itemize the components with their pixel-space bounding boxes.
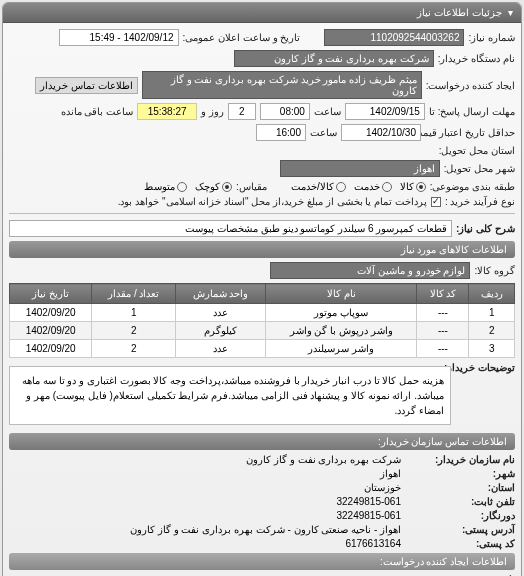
table-row[interactable]: 2---واشر درپوش با گن واشرکیلوگرم21402/09… xyxy=(10,322,515,340)
scale-label: مقیاس: xyxy=(236,181,267,192)
phone-label: تلفن ثابت: xyxy=(405,496,515,507)
announce-date-label: تاریخ و ساعت اعلان عمومی: xyxy=(183,32,301,43)
reply-deadline-label: مهلت ارسال پاسخ: تا xyxy=(429,106,515,117)
time-label-2: ساعت xyxy=(310,127,337,138)
radio-dot-icon xyxy=(336,182,346,192)
col-unit: واحد شمارش xyxy=(176,284,266,304)
delivery-province-label: استان محل تحویل: xyxy=(439,145,515,156)
fax-value: 32249815-061 xyxy=(336,510,401,521)
postal-label: آدرس پستی: xyxy=(405,524,515,535)
requester-label: ایجاد کننده درخواست: xyxy=(426,80,515,91)
city-value: اهواز xyxy=(380,468,401,479)
delivery-city: اهواز xyxy=(280,160,440,177)
days-remain: 2 xyxy=(228,103,256,120)
cell-name: واشر سرسیلندر xyxy=(265,340,416,358)
cell-date: 1402/09/20 xyxy=(10,304,92,322)
cell-n: 2 xyxy=(469,322,515,340)
announce-date-value: 1402/09/12 - 15:49 xyxy=(59,29,179,46)
cell-unit: کیلوگرم xyxy=(176,322,266,340)
package-label: طبقه بندی موضوعی: xyxy=(430,181,515,192)
chevron-down-icon: ▾ xyxy=(508,7,513,18)
creator-section-header: اطلاعات ایجاد کننده درخواست: xyxy=(9,553,515,570)
scale-radio-group: کوچک متوسط xyxy=(144,181,232,192)
cell-name: سوپاپ موتور xyxy=(265,304,416,322)
cell-date: 1402/09/20 xyxy=(10,322,92,340)
radio-medium[interactable]: متوسط xyxy=(144,181,187,192)
device-name-value: شرکت بهره برداری نفت و گاز کارون xyxy=(234,50,434,67)
cell-name: واشر درپوش با گن واشر xyxy=(265,322,416,340)
fax-label: دورنگار: xyxy=(405,510,515,521)
table-row[interactable]: 3---واشر سرسیلندرعدد21402/09/20 xyxy=(10,340,515,358)
table-header-row: ردیف کد کالا نام کالا واحد شمارش تعداد /… xyxy=(10,284,515,304)
radio-dot-icon xyxy=(222,182,232,192)
phone-value: 32249815-061 xyxy=(336,496,401,507)
province-value: خوزستان xyxy=(364,482,401,493)
countdown-suffix: ساعت باقی مانده xyxy=(61,106,134,117)
contact-section-header: اطلاعات تماس سازمان خریدار: xyxy=(9,433,515,450)
cell-code: --- xyxy=(417,322,469,340)
purchase-type-note: پرداخت تمام یا بخشی از مبلغ خرید،از محل … xyxy=(118,196,427,207)
cell-unit: عدد xyxy=(176,304,266,322)
radio-small[interactable]: کوچک xyxy=(195,181,232,192)
goods-section-header: اطلاعات کالاهای مورد نیاز xyxy=(9,241,515,258)
contact-info-list: نام سازمان خریدار:شرکت بهره برداری نفت و… xyxy=(9,454,515,549)
validity-date: 1402/10/30 xyxy=(341,124,421,141)
org-value: شرکت بهره برداری نفت و گاز کارون xyxy=(246,454,401,465)
cell-n: 1 xyxy=(469,304,515,322)
cell-code: --- xyxy=(417,340,469,358)
col-row: ردیف xyxy=(469,284,515,304)
radio-dot-icon xyxy=(382,182,392,192)
need-details-panel: ▾ جزئیات اطلاعات نیاز شماره نیاز: 110209… xyxy=(2,2,522,576)
radio-dot-icon xyxy=(177,182,187,192)
col-qty: تعداد / مقدار xyxy=(92,284,176,304)
col-date: تاریخ نیاز xyxy=(10,284,92,304)
reply-date: 1402/09/15 xyxy=(345,103,425,120)
requester-value: میثم ظریف زاده مامور خرید شرکت بهره بردا… xyxy=(142,71,422,99)
time-label-1: ساعت xyxy=(314,106,341,117)
validity-label: حداقل تاریخ اعتبار قیمت: تا تاریخ: xyxy=(425,127,515,138)
radio-goods[interactable]: کالا xyxy=(400,181,426,192)
need-title-text: قطعات کمپرسور 6 سیلندر کوماتسو دینو طبق … xyxy=(9,220,452,237)
cell-code: --- xyxy=(417,304,469,322)
postal-value: اهواز - ناحیه صنعتی کارون - شرکت بهره بر… xyxy=(130,524,401,535)
radio-goods-service[interactable]: کالا/خدمت xyxy=(291,181,346,192)
explain-text: هزینه حمل کالا تا درب انبار خریدار با فر… xyxy=(9,366,451,425)
days-remain-suffix: روز و xyxy=(201,106,224,117)
purchase-type-label: نوع فرآیند خرید : xyxy=(445,196,515,207)
package-radio-group: کالا خدمت کالا/خدمت xyxy=(291,181,426,192)
table-row[interactable]: 1---سوپاپ موتورعدد11402/09/20 xyxy=(10,304,515,322)
city-label: شهر: xyxy=(405,468,515,479)
cell-qty: 2 xyxy=(92,322,176,340)
delivery-city-label: شهر محل تحویل: xyxy=(444,163,515,174)
org-label: نام سازمان خریدار: xyxy=(405,454,515,465)
treasury-checkbox[interactable] xyxy=(431,197,441,207)
items-table: ردیف کد کالا نام کالا واحد شمارش تعداد /… xyxy=(9,283,515,358)
radio-dot-icon xyxy=(416,182,426,192)
cell-n: 3 xyxy=(469,340,515,358)
zip-value: 6176613164 xyxy=(345,538,401,549)
zip-label: کد پستی: xyxy=(405,538,515,549)
col-name: نام کالا xyxy=(265,284,416,304)
cell-qty: 2 xyxy=(92,340,176,358)
req-no-label: شماره نیاز: xyxy=(468,32,515,43)
countdown: 15:38:27 xyxy=(137,103,197,120)
col-code: کد کالا xyxy=(417,284,469,304)
cell-date: 1402/09/20 xyxy=(10,340,92,358)
reply-time: 08:00 xyxy=(260,103,310,120)
group-value: لوازم خودرو و ماشین آلات xyxy=(270,262,470,279)
radio-service[interactable]: خدمت xyxy=(354,181,392,192)
contact-buyer-button[interactable]: اطلاعات تماس خریدار xyxy=(35,77,138,94)
province-label: استان: xyxy=(405,482,515,493)
device-name-label: نام دستگاه خریدار: xyxy=(438,53,515,64)
panel-header[interactable]: ▾ جزئیات اطلاعات نیاز xyxy=(3,3,521,23)
cell-unit: عدد xyxy=(176,340,266,358)
need-title-label: شرح کلی نیاز: xyxy=(456,223,515,234)
panel-title: جزئیات اطلاعات نیاز xyxy=(417,7,502,18)
group-label: گروه کالا: xyxy=(474,265,515,276)
cell-qty: 1 xyxy=(92,304,176,322)
validity-time: 16:00 xyxy=(256,124,306,141)
explain-label: توضیحات خریدار: xyxy=(455,362,515,373)
req-no-value: 1102092544003262 xyxy=(324,29,464,46)
